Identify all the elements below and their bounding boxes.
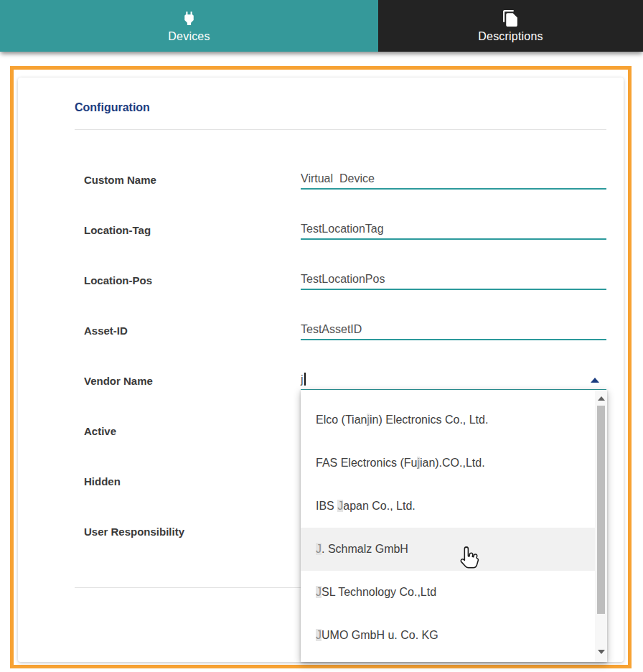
location-tag-field: TestLocationTag bbox=[301, 220, 606, 240]
location-pos-input[interactable]: TestLocationPos bbox=[301, 270, 606, 290]
scroll-up-icon bbox=[598, 396, 605, 401]
power-plug-icon bbox=[180, 9, 198, 27]
location-pos-field: TestLocationPos bbox=[301, 270, 606, 290]
dropdown-scrollbar[interactable] bbox=[595, 390, 607, 662]
option-pre: Elco (Tian bbox=[316, 414, 367, 426]
scrollbar-thumb[interactable] bbox=[597, 406, 605, 614]
scrollbar-down-button[interactable] bbox=[595, 647, 607, 657]
vendor-option-ibs[interactable]: IBS Japan Co., Ltd. bbox=[301, 485, 595, 528]
match-highlight: J bbox=[316, 586, 322, 598]
hand-pointer-cursor bbox=[457, 543, 479, 571]
option-text: IBS Japan Co., Ltd. bbox=[316, 500, 416, 513]
vendor-option-jumo[interactable]: JUMO GmbH u. Co. KG bbox=[301, 614, 595, 657]
tab-devices[interactable]: Devices bbox=[0, 0, 378, 52]
option-pre: FAS Electronics (Fu bbox=[316, 457, 417, 469]
option-text: J. Schmalz GmbH bbox=[316, 543, 408, 556]
option-pre: IBS bbox=[316, 500, 337, 512]
option-post: SL Technology Co.,Ltd bbox=[322, 586, 436, 598]
match-highlight: J bbox=[316, 543, 322, 555]
tab-bar: Devices Descriptions bbox=[0, 0, 643, 52]
file-copy-icon bbox=[502, 9, 520, 27]
match-highlight: J bbox=[316, 629, 322, 641]
location-tag-label: Location-Tag bbox=[84, 224, 301, 236]
custom-name-field: Virtual Device bbox=[301, 169, 606, 190]
vendor-name-label: Vendor Name bbox=[84, 375, 301, 387]
row-location-tag: Location-Tag TestLocationTag bbox=[84, 205, 606, 255]
text-cursor bbox=[304, 373, 306, 386]
asset-id-label: Asset-ID bbox=[84, 325, 301, 337]
scroll-down-icon bbox=[598, 650, 605, 654]
asset-id-input[interactable]: TestAssetID bbox=[301, 320, 606, 340]
chevron-up-icon[interactable] bbox=[591, 378, 599, 383]
option-text: JSL Technology Co.,Ltd bbox=[316, 586, 436, 599]
row-asset-id: Asset-ID TestAssetID bbox=[84, 305, 606, 355]
option-text: FAS Electronics (Fujian).CO.,Ltd. bbox=[316, 457, 485, 470]
vendor-name-input[interactable]: j bbox=[301, 370, 606, 391]
location-tag-input[interactable]: TestLocationTag bbox=[301, 220, 606, 240]
custom-name-input[interactable]: Virtual Device bbox=[301, 169, 606, 190]
option-text: Elco (Tianjin) Electronics Co., Ltd. bbox=[316, 414, 488, 426]
option-post: UMO GmbH u. Co. KG bbox=[322, 629, 438, 641]
hidden-label: Hidden bbox=[84, 475, 301, 487]
option-post: . Schmalz GmbH bbox=[322, 543, 408, 555]
location-pos-label: Location-Pos bbox=[84, 274, 301, 286]
vendor-option-jsl[interactable]: JSL Technology Co.,Ltd bbox=[301, 571, 595, 614]
row-location-pos: Location-Pos TestLocationPos bbox=[84, 255, 606, 305]
vendor-autocomplete-panel: Elco (Tianjin) Electronics Co., Ltd. FAS… bbox=[301, 390, 607, 662]
user-responsibility-label: User Responsibility bbox=[84, 526, 301, 538]
row-custom-name: Custom Name Virtual Device bbox=[84, 154, 606, 205]
tab-devices-label: Devices bbox=[168, 30, 210, 43]
custom-name-label: Custom Name bbox=[84, 174, 301, 186]
tab-descriptions-label: Descriptions bbox=[478, 30, 543, 43]
vendor-option-schmalz[interactable]: J. Schmalz GmbH bbox=[301, 528, 607, 571]
vendor-option-fas[interactable]: FAS Electronics (Fujian).CO.,Ltd. bbox=[301, 442, 595, 485]
option-post: ian).CO.,Ltd. bbox=[420, 457, 485, 469]
scrollbar-up-button[interactable] bbox=[595, 393, 607, 403]
active-label: Active bbox=[84, 425, 301, 437]
tab-descriptions[interactable]: Descriptions bbox=[378, 0, 643, 52]
vendor-name-typed-text: j bbox=[301, 373, 304, 386]
heading-divider bbox=[75, 129, 606, 130]
card-heading: Configuration bbox=[75, 101, 150, 114]
vendor-option-elco[interactable]: Elco (Tianjin) Electronics Co., Ltd. bbox=[301, 398, 595, 442]
asset-id-field: TestAssetID bbox=[301, 320, 606, 340]
app-screen: Devices Descriptions Configuration Custo… bbox=[0, 0, 643, 672]
option-text: JUMO GmbH u. Co. KG bbox=[316, 629, 438, 642]
option-post: in) Electronics Co., Ltd. bbox=[370, 414, 488, 426]
vendor-name-field: j bbox=[301, 370, 606, 391]
option-post: apan Co., Ltd. bbox=[343, 500, 416, 512]
